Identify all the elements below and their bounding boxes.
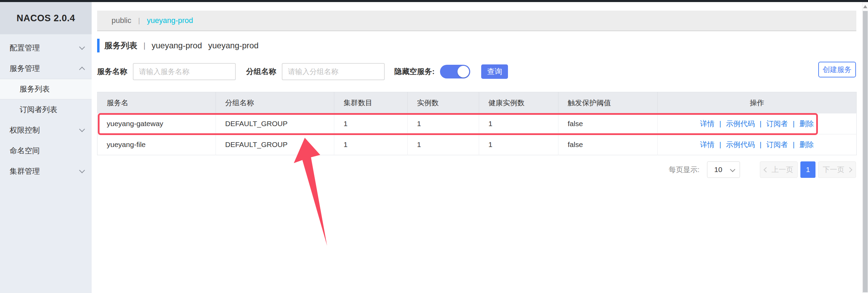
sidebar-item-service-list[interactable]: 服务列表	[0, 79, 92, 99]
hide-empty-service-toggle[interactable]	[440, 65, 470, 78]
table-row: yueyang-file DEFAULT_GROUP 1 1 1 false 详…	[97, 134, 857, 155]
chevron-left-icon	[764, 167, 769, 172]
delete-link[interactable]: 删除	[799, 120, 814, 127]
sidebar-item-namespace[interactable]: 命名空间	[0, 141, 92, 161]
current-page-button[interactable]: 1	[800, 161, 815, 178]
next-page-button[interactable]: 下一页	[818, 161, 856, 178]
sidebar-item-config-management[interactable]: 配置管理	[0, 38, 92, 58]
col-header-protect-threshold: 触发保护阈值	[558, 92, 658, 113]
cell-instance-count: 1	[408, 113, 479, 134]
search-button[interactable]: 查询	[481, 64, 508, 79]
chevron-down-icon	[79, 168, 85, 173]
cell-service-name: yueyang-file	[97, 134, 216, 155]
page-size-value: 10	[714, 166, 722, 174]
cell-group-name: DEFAULT_GROUP	[216, 113, 334, 134]
cell-cluster-count: 1	[334, 134, 408, 155]
sidebar-item-label: 服务列表	[20, 84, 50, 94]
col-header-operations: 操作	[658, 92, 857, 113]
col-header-instance-count: 实例数	[408, 92, 479, 113]
breadcrumb-separator: |	[138, 16, 140, 25]
action-separator: |	[760, 141, 761, 148]
title-namespace-1: yueyang-prod	[152, 41, 202, 50]
col-header-healthy-instance-count: 健康实例数	[479, 92, 558, 113]
col-header-cluster-count: 集群数目	[334, 92, 408, 113]
title-separator: |	[143, 41, 146, 50]
col-header-group-name: 分组名称	[216, 92, 334, 113]
action-separator: |	[760, 120, 761, 127]
top-accent-bar	[0, 0, 868, 2]
vertical-scrollbar	[862, 2, 868, 293]
sample-code-link[interactable]: 示例代码	[726, 141, 755, 148]
sidebar-item-permission-control[interactable]: 权限控制	[0, 120, 92, 141]
sidebar-item-label: 权限控制	[10, 125, 40, 135]
cell-instance-count: 1	[408, 134, 479, 155]
sidebar-item-label: 订阅者列表	[20, 105, 57, 115]
title-namespace-2: yueyang-prod	[208, 41, 258, 50]
hide-empty-service-label: 隐藏空服务:	[394, 66, 435, 77]
pagination: 每页显示: 10 上一页 1 下一页	[669, 161, 856, 178]
page-size-select[interactable]: 10	[707, 161, 740, 178]
sidebar: NACOS 2.0.4 配置管理 服务管理 服务列表 订阅者列表 权限控制 命名…	[0, 2, 92, 293]
action-separator: |	[793, 120, 795, 127]
sidebar-item-label: 服务管理	[10, 63, 40, 74]
sidebar-item-service-management[interactable]: 服务管理	[0, 58, 92, 79]
cell-healthy-instance-count: 1	[479, 113, 558, 134]
action-separator: |	[719, 141, 721, 148]
chevron-right-icon	[847, 167, 853, 172]
brand-title: NACOS 2.0.4	[0, 2, 92, 34]
sidebar-item-label: 集群管理	[10, 166, 40, 176]
cell-healthy-instance-count: 1	[479, 134, 558, 155]
sidebar-item-subscriber-list[interactable]: 订阅者列表	[0, 99, 92, 120]
detail-link[interactable]: 详情	[700, 120, 715, 127]
cell-operations: 详情|示例代码|订阅者|删除	[658, 134, 857, 155]
sample-code-link[interactable]: 示例代码	[726, 120, 755, 127]
table-header-row: 服务名 分组名称 集群数目 实例数 健康实例数 触发保护阈值 操作	[97, 92, 857, 113]
prev-page-button[interactable]: 上一页	[760, 161, 798, 178]
scrollbar-thumb[interactable]	[863, 11, 868, 292]
cell-group-name: DEFAULT_GROUP	[216, 134, 334, 155]
page-size-label: 每页显示:	[669, 165, 699, 174]
subscriber-link[interactable]: 订阅者	[766, 120, 788, 127]
filter-bar: 服务名称 分组名称 隐藏空服务: 查询	[97, 57, 856, 86]
page-title: 服务列表	[104, 40, 137, 51]
cell-operations: 详情|示例代码|订阅者|删除	[658, 113, 857, 134]
sidebar-item-label: 命名空间	[10, 146, 40, 156]
chevron-down-icon	[79, 126, 85, 132]
service-table: 服务名 分组名称 集群数目 实例数 健康实例数 触发保护阈值 操作 yueyan…	[97, 92, 857, 155]
title-accent-bar	[97, 39, 100, 52]
action-separator: |	[719, 120, 721, 127]
breadcrumb-namespace: public	[112, 16, 131, 25]
page-title-row: 服务列表 | yueyang-prod yueyang-prod	[97, 36, 258, 55]
col-header-service-name: 服务名	[97, 92, 216, 113]
prev-page-label: 上一页	[772, 165, 793, 174]
cell-protect-threshold: false	[558, 134, 658, 155]
table-row: yueyang-gateway DEFAULT_GROUP 1 1 1 fals…	[97, 113, 857, 134]
next-page-label: 下一页	[823, 165, 844, 174]
chevron-down-icon	[730, 167, 736, 172]
cell-cluster-count: 1	[334, 113, 408, 134]
chevron-down-icon	[79, 44, 85, 50]
breadcrumb: public | yueyang-prod	[97, 11, 856, 31]
main-content: public | yueyang-prod 服务列表 | yueyang-pro…	[92, 2, 868, 293]
sidebar-item-label: 配置管理	[10, 43, 40, 53]
sidebar-menu: 配置管理 服务管理 服务列表 订阅者列表 权限控制 命名空间 集群管理	[0, 38, 92, 182]
group-name-input[interactable]	[282, 63, 385, 80]
cell-protect-threshold: false	[558, 113, 658, 134]
chevron-up-icon	[79, 67, 85, 73]
service-name-input[interactable]	[133, 63, 236, 80]
subscriber-link[interactable]: 订阅者	[766, 141, 788, 148]
group-name-label: 分组名称	[246, 66, 276, 77]
detail-link[interactable]: 详情	[700, 141, 715, 148]
action-separator: |	[793, 141, 795, 148]
create-service-button[interactable]: 创建服务	[818, 62, 856, 77]
toggle-knob	[458, 66, 469, 77]
cell-service-name: yueyang-gateway	[97, 113, 216, 134]
sidebar-item-cluster-management[interactable]: 集群管理	[0, 161, 92, 182]
scrollbar-up-arrow-icon[interactable]	[863, 5, 867, 8]
breadcrumb-current-namespace[interactable]: yueyang-prod	[147, 16, 193, 25]
delete-link[interactable]: 删除	[799, 141, 814, 148]
service-name-label: 服务名称	[97, 66, 127, 77]
